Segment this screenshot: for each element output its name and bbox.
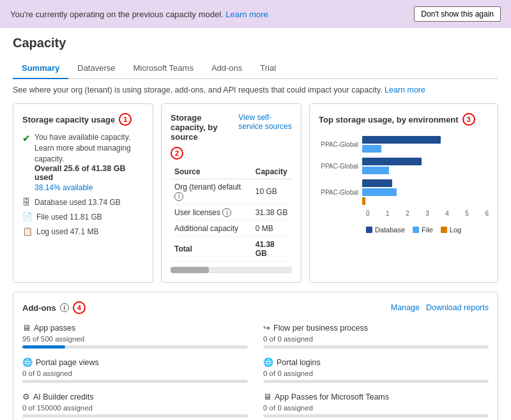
tab-dataverse[interactable]: Dataverse bbox=[68, 58, 124, 79]
legend-color bbox=[366, 227, 372, 233]
tab-microsoft-teams[interactable]: Microsoft Teams bbox=[125, 58, 202, 79]
subtitle: See where your org (tenant) is using sto… bbox=[13, 86, 498, 94]
db-bar bbox=[362, 158, 422, 165]
addon-icon: 🌐 bbox=[263, 357, 273, 367]
addons-card: Add-ons i 4 Manage Download reports 🖥App… bbox=[13, 292, 498, 420]
top-cards-row: Storage capacity usage 1 ✔ You have avai… bbox=[13, 103, 498, 283]
total-row: Total 41.38 GB bbox=[171, 237, 292, 262]
addon-bar-bg bbox=[263, 345, 489, 349]
file-bar bbox=[362, 145, 381, 153]
chart-legend: DatabaseFileLog bbox=[366, 226, 489, 234]
addon-name: 🖥App passes bbox=[22, 323, 248, 333]
addon-name: ⚙AI Builder credits bbox=[22, 392, 248, 401]
addon-count: 0 of 150000 assigned bbox=[22, 404, 248, 412]
addon-count: 0 of 0 assigned bbox=[22, 370, 248, 377]
download-reports-link[interactable]: Download reports bbox=[426, 303, 489, 312]
storage-by-source-card: Storage capacity, by source View self-se… bbox=[161, 103, 301, 283]
storage-status-row: ✔ You have available capacity. Learn mor… bbox=[22, 132, 144, 192]
storage-usage-title: Storage capacity usage bbox=[22, 115, 115, 124]
capacity-col-header: Capacity bbox=[252, 165, 292, 179]
top-storage-badge: 3 bbox=[462, 113, 475, 126]
file-bar bbox=[362, 167, 389, 174]
page-title: Capacity bbox=[13, 36, 498, 50]
db-bar bbox=[362, 136, 441, 144]
scrollbar-thumb bbox=[171, 267, 209, 273]
addon-bar-bg bbox=[22, 414, 248, 417]
legend-color bbox=[413, 227, 419, 233]
addon-bar-bg bbox=[22, 345, 248, 349]
database-usage: 🗄 Database used 13.74 GB bbox=[22, 197, 144, 207]
addons-header: Add-ons i 4 Manage Download reports bbox=[22, 301, 489, 314]
addon-item: ↪Flow per business process0 of 0 assigne… bbox=[263, 323, 489, 349]
table-row: Org (tenant) default i 10 GB bbox=[171, 179, 292, 205]
chart-area: PPAC-GlobalPPAC-GlobalPPAC-Global0123456 bbox=[319, 132, 489, 221]
addon-item: 🌐Portal page views0 of 0 assigned bbox=[22, 357, 248, 383]
addon-bar-bg bbox=[263, 380, 489, 383]
manage-link[interactable]: Manage bbox=[391, 303, 420, 312]
storage-usage-card: Storage capacity usage 1 ✔ You have avai… bbox=[13, 103, 153, 283]
info-icon[interactable]: i bbox=[222, 208, 231, 217]
addon-name: ↪Flow per business process bbox=[263, 323, 489, 333]
chart-row: PPAC-Global bbox=[319, 158, 489, 174]
horizontal-scrollbar[interactable] bbox=[171, 267, 292, 273]
addon-icon: 🖥 bbox=[22, 323, 31, 333]
subtitle-learn-more-link[interactable]: Learn more bbox=[385, 86, 425, 94]
banner-learn-more-link[interactable]: Learn more bbox=[225, 10, 268, 19]
capacity-banner: You're currently operating on the previo… bbox=[0, 0, 511, 28]
log-usage: 📋 Log used 47.1 MB bbox=[22, 227, 144, 236]
storage-status-text: You have available capacity. Learn more … bbox=[34, 132, 144, 164]
top-storage-header: Top storage usage, by environment 3 bbox=[319, 113, 489, 126]
addon-bar-fill bbox=[22, 345, 65, 349]
addons-title: Add-ons i 4 bbox=[22, 301, 86, 314]
by-source-header: Storage capacity, by source View self-se… bbox=[171, 113, 292, 142]
log-bar bbox=[362, 197, 365, 205]
addon-item: 🖥App passes95 of 500 assigned bbox=[22, 323, 248, 349]
available-text: 38.14% available bbox=[34, 183, 144, 192]
addons-badge: 4 bbox=[73, 301, 86, 314]
log-icon: 📋 bbox=[22, 227, 33, 236]
addon-item: 🖥App Passes for Microsoft Teams0 of 0 as… bbox=[263, 392, 489, 417]
info-icon[interactable]: i bbox=[174, 192, 183, 201]
addon-name: 🖥App Passes for Microsoft Teams bbox=[263, 392, 489, 401]
addons-info-icon[interactable]: i bbox=[60, 303, 69, 312]
legend-item: Database bbox=[366, 226, 405, 234]
file-usage: 📄 File used 11.81 GB bbox=[22, 212, 144, 221]
top-storage-card: Top storage usage, by environment 3 PPAC… bbox=[309, 103, 498, 283]
file-icon: 📄 bbox=[22, 212, 33, 221]
addon-item: 🌐Portal logins0 of 0 assigned bbox=[263, 357, 489, 383]
addon-count: 0 of 0 assigned bbox=[263, 335, 489, 343]
legend-color bbox=[441, 227, 447, 233]
file-bar bbox=[362, 188, 397, 196]
addon-count: 95 of 500 assigned bbox=[22, 335, 248, 343]
tab-addons[interactable]: Add-ons bbox=[202, 58, 251, 79]
addon-bar-bg bbox=[22, 380, 248, 383]
top-storage-title: Top storage usage, by environment bbox=[319, 115, 459, 124]
legend-item: File bbox=[413, 226, 433, 234]
addons-grid: 🖥App passes95 of 500 assigned↪Flow per b… bbox=[22, 323, 489, 420]
table-row: User licenses i 31.38 GB bbox=[171, 204, 292, 221]
by-source-title: Storage capacity, by source bbox=[171, 113, 238, 142]
overall-text: Overall 25.6 of 41.38 GB used bbox=[34, 164, 144, 182]
tabs-bar: Summary Dataverse Microsoft Teams Add-on… bbox=[13, 58, 498, 79]
tab-trial[interactable]: Trial bbox=[251, 58, 285, 79]
chart-row: PPAC-Global bbox=[319, 136, 489, 153]
chart-row: PPAC-Global bbox=[319, 179, 489, 205]
addon-item: ⚙AI Builder credits0 of 150000 assigned bbox=[22, 392, 248, 417]
by-source-badge: 2 bbox=[171, 147, 183, 160]
tab-summary[interactable]: Summary bbox=[13, 58, 68, 79]
addon-name: 🌐Portal page views bbox=[22, 357, 248, 367]
legend-item: Log bbox=[441, 226, 461, 234]
view-self-service-link[interactable]: View self-service sources bbox=[238, 113, 292, 131]
addon-count: 0 of 0 assigned bbox=[263, 404, 489, 412]
banner-text: You're currently operating on the previo… bbox=[10, 10, 268, 19]
source-col-header: Source bbox=[171, 165, 252, 179]
dont-show-again-button[interactable]: Don't show this again bbox=[414, 6, 501, 22]
page-content: Capacity Summary Dataverse Microsoft Tea… bbox=[0, 28, 511, 420]
addon-count: 0 of 0 assigned bbox=[263, 370, 489, 377]
storage-usage-header: Storage capacity usage 1 bbox=[22, 113, 144, 126]
source-table: Source Capacity Org (tenant) default i 1… bbox=[171, 165, 292, 262]
db-bar bbox=[362, 179, 392, 187]
database-icon: 🗄 bbox=[22, 197, 31, 207]
addon-icon: 🌐 bbox=[22, 357, 33, 367]
green-check-icon: ✔ bbox=[22, 133, 31, 144]
